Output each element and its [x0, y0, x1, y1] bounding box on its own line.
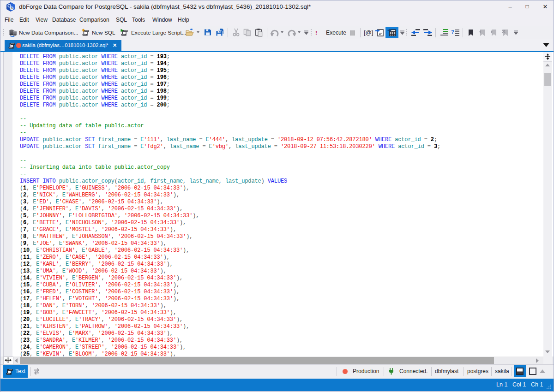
svg-text:?: ? — [451, 29, 454, 35]
